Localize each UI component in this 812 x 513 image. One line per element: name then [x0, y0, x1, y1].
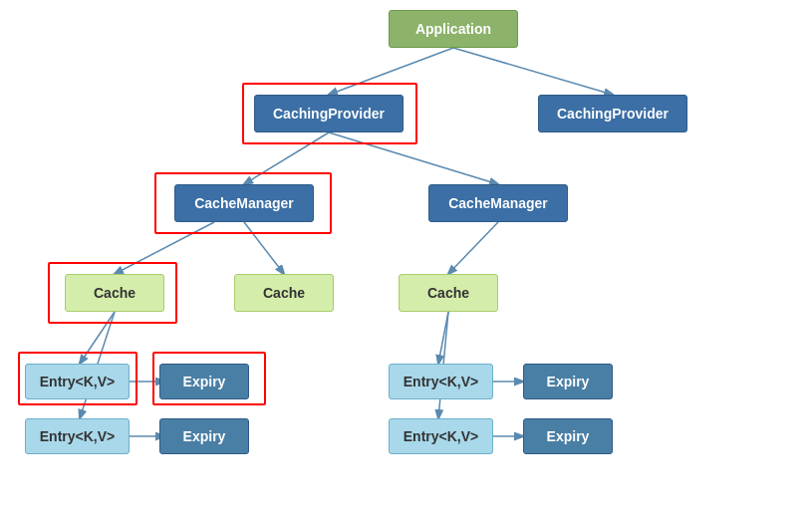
- node-application: Application: [389, 10, 518, 48]
- diagram: Application CachingProvider CachingProvi…: [0, 0, 812, 513]
- svg-line-4: [115, 222, 214, 274]
- svg-line-7: [80, 312, 115, 364]
- node-cachemanager-2: CacheManager: [428, 184, 568, 222]
- svg-line-0: [329, 48, 453, 95]
- node-entry-1b: Entry<K,V>: [25, 418, 130, 454]
- svg-line-6: [448, 222, 498, 274]
- node-cache-1: Cache: [65, 274, 164, 312]
- svg-line-1: [453, 48, 613, 95]
- node-expiry-3b: Expiry: [523, 418, 613, 454]
- svg-line-2: [244, 132, 329, 184]
- node-expiry-1a: Expiry: [159, 364, 249, 399]
- node-cachingprovider-1: CachingProvider: [254, 95, 404, 132]
- node-cache-2: Cache: [234, 274, 334, 312]
- node-cachemanager-1: CacheManager: [174, 184, 314, 222]
- svg-line-5: [244, 222, 284, 274]
- svg-line-3: [329, 132, 498, 184]
- node-entry-1a: Entry<K,V>: [25, 364, 130, 399]
- node-cachingprovider-2: CachingProvider: [538, 95, 687, 132]
- svg-line-11: [438, 312, 448, 364]
- node-expiry-3a: Expiry: [523, 364, 613, 399]
- node-entry-3a: Entry<K,V>: [389, 364, 493, 399]
- node-entry-3b: Entry<K,V>: [389, 418, 493, 454]
- node-expiry-1b: Expiry: [159, 418, 249, 454]
- node-cache-3: Cache: [399, 274, 498, 312]
